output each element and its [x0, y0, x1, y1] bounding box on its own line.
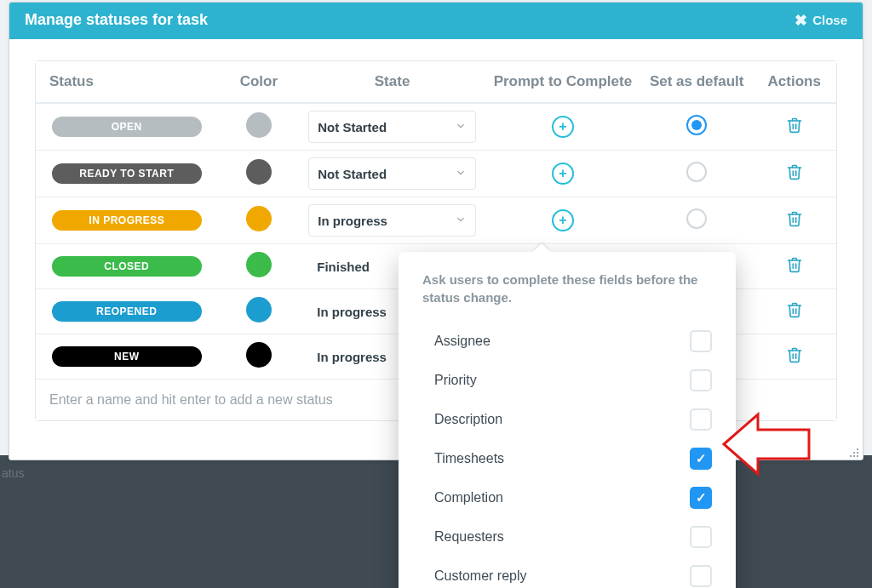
table-row: READY TO STARTNot Started+ [36, 150, 836, 197]
svg-rect-3 [850, 455, 852, 457]
popover-option-label: Completion [422, 490, 503, 505]
delete-button[interactable] [786, 163, 803, 181]
col-header-state: State [300, 61, 485, 103]
add-prompt-button[interactable]: + [552, 116, 574, 138]
color-swatch[interactable] [246, 297, 272, 323]
chevron-down-icon [455, 214, 467, 228]
state-value: Finished [317, 260, 370, 274]
close-icon: ✖ [795, 13, 807, 28]
state-select[interactable]: In progress [308, 204, 476, 237]
popover-option-checkbox[interactable] [690, 369, 712, 391]
color-swatch[interactable] [246, 112, 272, 138]
color-swatch[interactable] [246, 206, 272, 231]
state-value: In progress [317, 350, 387, 364]
close-button[interactable]: ✖ Close [795, 13, 847, 28]
popover-option-checkbox[interactable] [690, 330, 712, 352]
state-value: Not Started [318, 120, 387, 134]
popover-option-label: Description [422, 412, 502, 427]
default-radio[interactable] [686, 208, 707, 229]
chevron-down-icon [455, 167, 467, 181]
state-value: In progress [317, 305, 387, 319]
svg-rect-0 [857, 448, 858, 450]
popover-option[interactable]: Requesters [422, 517, 712, 557]
svg-rect-2 [857, 452, 858, 454]
col-header-color: Color [217, 61, 300, 103]
color-swatch[interactable] [246, 159, 272, 185]
status-pill[interactable]: READY TO START [52, 163, 202, 184]
popover-option-checkbox[interactable] [690, 448, 712, 470]
svg-rect-5 [857, 455, 858, 457]
delete-button[interactable] [786, 116, 803, 134]
popover-option-checkbox[interactable] [690, 408, 712, 431]
svg-rect-4 [853, 455, 855, 457]
modal-titlebar: Manage statuses for task ✖ Close [9, 3, 863, 39]
color-swatch[interactable] [246, 342, 272, 368]
popover-option-label: Customer reply [422, 568, 526, 584]
status-pill[interactable]: CLOSED [52, 256, 202, 277]
prompt-fields-popover: Ask users to complete these fields befor… [399, 252, 736, 588]
status-pill[interactable]: REOPENED [52, 301, 202, 322]
popover-option[interactable]: Timesheets [422, 439, 712, 478]
state-value: In progress [318, 214, 387, 228]
popover-option-label: Assignee [422, 334, 490, 349]
status-pill[interactable]: NEW [52, 346, 202, 367]
popover-option-checkbox[interactable] [690, 526, 712, 548]
popover-option-label: Priority [422, 373, 477, 388]
col-header-actions: Actions [753, 61, 836, 103]
default-radio[interactable] [686, 115, 707, 135]
state-select[interactable]: Not Started [308, 157, 476, 190]
add-prompt-button[interactable]: + [552, 163, 574, 185]
background-fragment: atus [2, 466, 24, 480]
popover-option-label: Timesheets [422, 451, 504, 466]
col-header-status: Status [36, 61, 217, 103]
status-pill[interactable]: OPEN [52, 117, 202, 137]
state-select[interactable]: Not Started [308, 111, 476, 143]
close-label: Close [812, 13, 847, 27]
popover-option[interactable]: Customer reply [422, 557, 712, 588]
popover-option-checkbox[interactable] [690, 565, 712, 587]
popover-option[interactable]: Description [422, 400, 712, 439]
resize-grip-icon[interactable] [846, 445, 860, 459]
delete-button[interactable] [786, 300, 803, 319]
popover-option[interactable]: Priority [422, 361, 712, 400]
color-swatch[interactable] [246, 252, 272, 277]
state-value: Not Started [318, 167, 387, 181]
table-row: OPENNot Started+ [36, 103, 836, 150]
popover-option[interactable]: Assignee [422, 322, 712, 361]
col-header-default: Set as default [641, 61, 753, 103]
chevron-down-icon [455, 120, 467, 134]
add-prompt-button[interactable]: + [552, 209, 574, 231]
delete-button[interactable] [786, 209, 803, 228]
delete-button[interactable] [786, 345, 803, 364]
popover-option-checkbox[interactable] [690, 487, 712, 509]
default-radio[interactable] [686, 162, 707, 182]
popover-option[interactable]: Completion [422, 478, 712, 517]
popover-option-label: Requesters [422, 529, 504, 545]
table-row: IN PROGRESSIn progress+ [36, 197, 836, 243]
col-header-prompt: Prompt to Complete [485, 61, 641, 103]
delete-button[interactable] [786, 255, 803, 274]
svg-rect-1 [853, 452, 855, 454]
status-pill[interactable]: IN PROGRESS [52, 210, 202, 231]
popover-description: Ask users to complete these fields befor… [422, 271, 712, 306]
modal-title: Manage statuses for task [25, 11, 208, 29]
